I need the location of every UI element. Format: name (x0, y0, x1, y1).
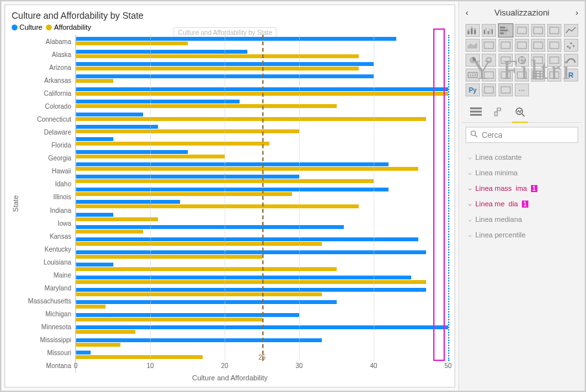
bar[interactable] (76, 230, 143, 234)
bar[interactable] (76, 204, 359, 208)
chevron-down-icon: ⌵ (468, 232, 471, 238)
bar[interactable] (76, 188, 389, 191)
viz-matrix-icon[interactable] (547, 69, 561, 82)
viz-ribbon-icon[interactable] (531, 39, 545, 52)
bar[interactable] (76, 175, 299, 179)
bar[interactable] (76, 150, 188, 154)
bar[interactable] (76, 267, 337, 271)
bar[interactable] (76, 217, 158, 221)
bar[interactable] (76, 351, 91, 354)
viz-card-icon[interactable]: 123 (466, 69, 480, 82)
svg-rect-39 (501, 72, 510, 78)
viz-key-influencer-icon[interactable] (482, 83, 496, 96)
legend-item[interactable]: Affordability (46, 23, 91, 31)
viz-stacked-bar-h-icon[interactable] (499, 24, 513, 37)
accordion-item[interactable]: ⌵Linea media1 (462, 196, 582, 212)
bar[interactable] (76, 167, 418, 171)
viz-clustered-bar-icon[interactable] (482, 24, 496, 37)
bar[interactable] (76, 41, 188, 45)
bar[interactable] (76, 242, 322, 246)
bar[interactable] (76, 67, 359, 71)
bar[interactable] (76, 100, 240, 103)
search-input[interactable]: Cerca (466, 127, 578, 143)
viz-filled-map-icon[interactable] (531, 54, 545, 67)
bar[interactable] (76, 50, 247, 54)
svg-point-54 (471, 131, 476, 136)
bar[interactable] (76, 200, 180, 204)
bar[interactable] (76, 355, 203, 359)
viz-funnel-icon[interactable] (547, 54, 561, 67)
legend-label: Culture (19, 23, 42, 31)
bar[interactable] (76, 338, 322, 342)
viz-line-icon[interactable] (564, 24, 578, 37)
viz-clustered-bar-h-icon[interactable] (515, 24, 529, 37)
bar[interactable] (76, 192, 292, 196)
accordion-item[interactable]: ⌵Linea percentile (462, 227, 582, 243)
viz-r-visual-icon[interactable]: R (564, 69, 578, 82)
bar[interactable] (76, 292, 322, 296)
bar[interactable] (76, 343, 120, 347)
viz-decomposition-icon[interactable] (499, 83, 513, 96)
bar[interactable] (76, 276, 411, 279)
bar[interactable] (76, 313, 299, 317)
bar[interactable] (76, 125, 158, 129)
bar[interactable] (76, 104, 337, 108)
viz-treemap-icon[interactable] (499, 54, 513, 67)
bar[interactable] (76, 54, 359, 58)
x-tick: 10 (146, 362, 153, 369)
viz-map-icon[interactable] (515, 54, 529, 67)
bar[interactable] (76, 162, 389, 166)
bar[interactable] (76, 137, 113, 141)
bar[interactable] (76, 330, 135, 334)
category-label: Connecticut (22, 113, 75, 125)
viz-area-icon[interactable] (466, 39, 480, 52)
bar[interactable] (76, 237, 418, 241)
analytics-tab[interactable] (513, 105, 526, 118)
bar[interactable] (76, 213, 113, 217)
viz-multi-card-icon[interactable] (482, 69, 496, 82)
viz-clustered-100-icon[interactable] (547, 24, 561, 37)
viz-py-visual-icon[interactable]: Py (466, 83, 480, 96)
category-label: California (22, 87, 75, 100)
viz-stacked-100-icon[interactable] (531, 24, 545, 37)
bar[interactable] (76, 142, 269, 146)
bar[interactable] (76, 225, 344, 229)
viz-line-bar2-icon[interactable] (515, 39, 529, 52)
viz-table-icon[interactable] (531, 69, 545, 82)
accordion-item[interactable]: ⌵Linea costante (462, 149, 582, 165)
collapse-icon[interactable]: ‹ (466, 8, 468, 17)
accordion-item[interactable]: ⌵Linea minima (462, 165, 582, 180)
legend-item[interactable]: Culture (12, 23, 42, 31)
expand-icon[interactable]: › (576, 8, 578, 17)
svg-rect-16 (504, 32, 507, 34)
viz-stacked-bar-icon[interactable] (466, 24, 480, 37)
bar[interactable] (76, 300, 337, 304)
viz-line-bar-icon[interactable] (499, 39, 513, 52)
viz-kpi-icon[interactable] (499, 69, 513, 82)
bar[interactable] (76, 37, 396, 41)
bar[interactable] (76, 113, 143, 116)
viz-more-icon[interactable]: ··· (515, 83, 529, 96)
viz-donut-icon[interactable] (482, 54, 496, 67)
viz-slicer-icon[interactable] (515, 69, 529, 82)
category-label: Michigan (22, 308, 75, 321)
bar[interactable] (76, 255, 262, 259)
accordion-item[interactable]: ⌵Linea mediana (462, 212, 582, 227)
accordion-item[interactable]: ⌵Linea massima1 (462, 180, 582, 196)
bar[interactable] (76, 263, 113, 267)
bar[interactable] (76, 305, 106, 309)
fields-tab[interactable] (469, 105, 482, 118)
viz-waterfall-icon[interactable] (547, 39, 561, 52)
format-tab[interactable] (491, 105, 504, 118)
viz-scatter-icon[interactable] (564, 39, 578, 52)
viz-pie-icon[interactable] (466, 54, 480, 67)
svg-rect-38 (484, 72, 493, 78)
svg-rect-18 (534, 27, 543, 34)
chart-visual[interactable]: Culture and Affordability by State Cultu… (5, 5, 455, 387)
bar[interactable] (76, 79, 113, 83)
bar[interactable] (76, 318, 262, 321)
viz-stacked-area-icon[interactable] (482, 39, 496, 52)
legend-swatch (12, 25, 17, 30)
viz-gauge-icon[interactable] (564, 54, 578, 67)
bar[interactable] (76, 129, 299, 133)
